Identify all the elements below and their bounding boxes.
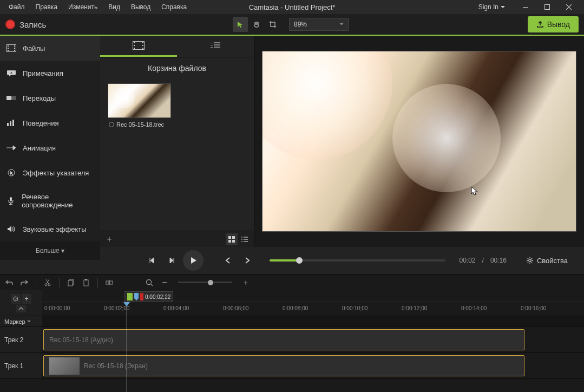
sidebar-item-behaviors[interactable]: Поведения bbox=[0, 110, 100, 135]
zoom-icon bbox=[143, 277, 155, 289]
behaviors-icon bbox=[6, 118, 16, 128]
prev-frame-button[interactable] bbox=[144, 252, 160, 269]
grid-view-button[interactable] bbox=[226, 233, 238, 245]
track-content[interactable]: Rec 05-15-18 (Экран) bbox=[42, 353, 584, 378]
svg-rect-20 bbox=[134, 45, 135, 46]
playhead-handle-icon bbox=[134, 293, 139, 300]
split-button[interactable] bbox=[103, 277, 115, 289]
zoom-value: 89% bbox=[294, 21, 307, 28]
sidebar-more-button[interactable]: Больше ▾ bbox=[0, 241, 100, 260]
bin-tab-media[interactable] bbox=[100, 36, 177, 57]
menu-share[interactable]: Вывод bbox=[127, 2, 155, 12]
zoom-slider[interactable] bbox=[178, 282, 232, 283]
library-icon bbox=[211, 42, 220, 49]
menu-edit[interactable]: Правка bbox=[31, 2, 62, 12]
sidebar-item-label: Звуковые эффекты bbox=[23, 225, 87, 233]
record-label: Запись bbox=[19, 20, 46, 29]
svg-rect-13 bbox=[7, 123, 9, 126]
sidebar-item-media[interactable]: Файлы bbox=[0, 36, 100, 61]
sidebar-item-annotations[interactable]: a Примечания bbox=[0, 61, 100, 86]
track-label[interactable]: Трек 1 bbox=[0, 353, 42, 378]
media-item[interactable]: Rec 05-15-18.trec bbox=[108, 83, 173, 131]
playback-scrubber[interactable] bbox=[270, 259, 445, 262]
svg-rect-30 bbox=[214, 47, 220, 48]
copy-button[interactable] bbox=[65, 277, 77, 289]
bin-title: Корзина файлов bbox=[100, 57, 254, 79]
scrub-handle[interactable] bbox=[296, 257, 303, 264]
svg-rect-17 bbox=[10, 197, 12, 201]
sidebar-item-label: Поведения bbox=[23, 119, 59, 127]
sidebar-item-transitions[interactable]: Переходы bbox=[0, 86, 100, 110]
crop-tool[interactable] bbox=[265, 17, 280, 32]
marker-label[interactable]: Маркер bbox=[0, 316, 42, 326]
toolbar: Запись 89% Вывод bbox=[0, 14, 584, 36]
record-button[interactable]: Запись bbox=[5, 19, 46, 29]
audio-clip[interactable]: Rec 05-15-18 (Аудио) bbox=[43, 329, 524, 350]
add-track-button[interactable]: + bbox=[22, 294, 31, 304]
upload-icon bbox=[536, 21, 544, 28]
zoom-out-button[interactable]: − bbox=[159, 277, 170, 289]
svg-rect-32 bbox=[232, 236, 235, 239]
cut-button[interactable] bbox=[42, 277, 54, 289]
play-button[interactable] bbox=[183, 250, 204, 271]
track-content[interactable]: Rec 05-15-18 (Аудио) bbox=[42, 327, 584, 352]
playhead[interactable]: 0:00:02;22 bbox=[124, 291, 173, 302]
menu-view[interactable]: Вид bbox=[104, 2, 124, 12]
svg-rect-12 bbox=[12, 96, 16, 100]
close-button[interactable] bbox=[558, 0, 580, 14]
signin-button[interactable]: Sign In bbox=[475, 2, 508, 12]
maximize-button[interactable] bbox=[536, 0, 558, 14]
bin-tab-library[interactable] bbox=[177, 36, 254, 57]
svg-rect-26 bbox=[211, 45, 213, 45]
svg-rect-39 bbox=[241, 241, 242, 242]
svg-rect-19 bbox=[134, 42, 135, 43]
next-frame-button[interactable] bbox=[163, 252, 180, 269]
menu-file[interactable]: Файл bbox=[4, 2, 29, 12]
speaker-icon bbox=[6, 224, 16, 234]
zoom-handle[interactable] bbox=[208, 280, 213, 285]
svg-rect-11 bbox=[6, 96, 11, 100]
export-label: Вывод bbox=[547, 20, 570, 29]
video-clip[interactable]: Rec 05-15-18 (Экран) bbox=[43, 355, 524, 376]
svg-rect-29 bbox=[214, 44, 220, 45]
timeline-ruler[interactable]: 0:00:02;22 0:00:00;00 0:00:02;00 0:00:04… bbox=[42, 290, 584, 316]
quiz-track-button[interactable]: ? bbox=[11, 294, 21, 304]
pan-tool[interactable] bbox=[249, 17, 264, 32]
collapse-tracks-button[interactable] bbox=[16, 305, 26, 312]
svg-rect-23 bbox=[142, 45, 143, 46]
prev-clip-button[interactable] bbox=[220, 252, 236, 269]
svg-rect-47 bbox=[106, 281, 109, 284]
track-label[interactable]: Трек 2 bbox=[0, 327, 42, 352]
redo-button[interactable] bbox=[18, 277, 30, 289]
add-media-button[interactable]: + bbox=[103, 233, 115, 245]
undo-button[interactable] bbox=[3, 277, 15, 289]
sidebar-item-audio-effects[interactable]: Звуковые эффекты bbox=[0, 217, 100, 241]
clip-label: Rec 05-15-18 (Аудио) bbox=[49, 336, 113, 344]
record-icon bbox=[5, 19, 15, 29]
sidebar-item-voice[interactable]: Речевое сопровождение bbox=[0, 185, 100, 217]
paste-button[interactable] bbox=[80, 277, 92, 289]
preview-canvas[interactable] bbox=[262, 51, 576, 232]
select-tool[interactable] bbox=[233, 17, 248, 32]
svg-rect-40 bbox=[244, 241, 248, 242]
list-view-button[interactable] bbox=[239, 233, 251, 245]
menu-help[interactable]: Справка bbox=[157, 2, 191, 12]
zoom-in-button[interactable]: + bbox=[240, 277, 252, 289]
zoom-select[interactable]: 89% bbox=[289, 18, 349, 31]
svg-rect-25 bbox=[211, 43, 213, 43]
sidebar-item-label: Речевое сопровождение bbox=[22, 193, 94, 209]
sidebar-item-cursor-effects[interactable]: Эффекты указателя bbox=[0, 160, 100, 185]
next-clip-button[interactable] bbox=[239, 252, 255, 269]
export-button[interactable]: Вывод bbox=[528, 16, 579, 32]
svg-rect-46 bbox=[85, 279, 87, 280]
tick: 0:00:12;00 bbox=[402, 305, 427, 311]
minimize-button[interactable] bbox=[515, 0, 536, 14]
menu-modify[interactable]: Изменить bbox=[64, 2, 102, 12]
sidebar: Файлы a Примечания Переходы Поведения Ан… bbox=[0, 36, 100, 247]
svg-text:?: ? bbox=[15, 297, 17, 301]
recording-icon bbox=[109, 122, 114, 127]
properties-label: Свойства bbox=[537, 257, 568, 265]
properties-button[interactable]: Свойства bbox=[521, 253, 573, 268]
media-item-label: Rec 05-15-18.trec bbox=[116, 121, 164, 128]
sidebar-item-animations[interactable]: Анимация bbox=[0, 135, 100, 160]
